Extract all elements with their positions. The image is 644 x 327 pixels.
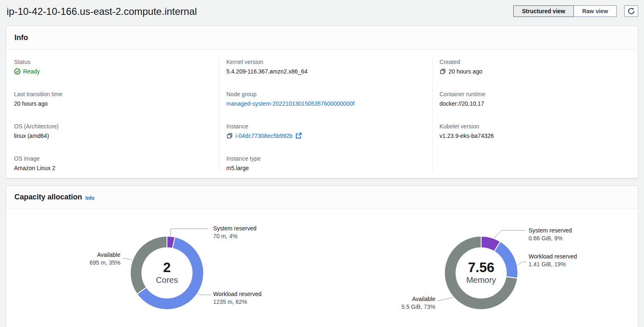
- memory-label-available: Available 5.5 GiB, 73%: [365, 296, 435, 310]
- donut-segment-workload-reserved[interactable]: [494, 242, 518, 278]
- info-panel-header: Info: [6, 26, 638, 50]
- info-panel: Info Status Ready Last transition time: [6, 26, 638, 178]
- page-header: ip-10-42-10-166.us-east-2.compute.intern…: [0, 0, 644, 23]
- capacity-info-link[interactable]: Info: [85, 194, 94, 201]
- field-created: Created 20 hours ago: [440, 58, 630, 76]
- field-kubelet-version: Kubelet version v1.23.9-eks-ba74326: [440, 123, 630, 140]
- field-container-runtime: Container runtime docker://20.10.17: [440, 90, 630, 108]
- info-column-2: Kernel version 5.4.209-116.367.amzn2.x86…: [219, 58, 432, 172]
- field-status: Status Ready: [14, 58, 211, 76]
- refresh-icon: [628, 7, 635, 15]
- capacity-panel-body: 2 Cores 7.56 Memory System reserved 70 m…: [6, 209, 638, 327]
- capacity-panel-title: Capacity allocation: [14, 193, 82, 201]
- field-os-architecture: OS (Architecture) linux (amd64): [14, 123, 211, 140]
- memory-label-system-reserved: System reserved 0.66 GiB, 9%: [529, 227, 572, 242]
- field-instance-type: Instance type m5.large: [226, 155, 424, 172]
- field-last-transition-time: Last transition time 20 hours ago: [14, 90, 211, 108]
- copy-icon[interactable]: [440, 68, 446, 75]
- info-column-3: Created 20 hours ago Container runtime d…: [432, 58, 638, 172]
- info-panel-body: Status Ready Last transition time 20 hou…: [6, 50, 638, 178]
- raw-view-button[interactable]: Raw view: [573, 5, 617, 17]
- node-group-link[interactable]: managed-system-2022101301505357600000000…: [226, 100, 355, 108]
- instance-link[interactable]: i-04dc77308ec5b992b: [235, 132, 293, 140]
- donut-segment-available[interactable]: [130, 236, 167, 294]
- cpu-label-workload-reserved: Workload reserved 1235 m, 62%: [213, 291, 261, 305]
- view-toggle: Structured view Raw view: [513, 5, 617, 17]
- header-actions: Structured view Raw view: [513, 5, 638, 17]
- field-kernel-version: Kernel version 5.4.209-116.367.amzn2.x86…: [226, 58, 424, 76]
- cpu-donut-chart[interactable]: [130, 236, 204, 310]
- memory-donut-chart[interactable]: [444, 236, 518, 310]
- capacity-allocation-panel: Capacity allocation Info 2 Cores 7.56: [6, 185, 638, 327]
- field-instance: Instance i-04dc77308ec5b992b: [226, 123, 424, 140]
- info-column-1: Status Ready Last transition time 20 hou…: [6, 58, 219, 172]
- field-os-image: OS image Amazon Linux 2: [14, 155, 211, 172]
- copy-icon[interactable]: [226, 133, 233, 139]
- structured-view-button[interactable]: Structured view: [513, 5, 574, 17]
- status-value: Ready: [14, 67, 211, 76]
- info-panel-title: Info: [14, 33, 28, 42]
- cpu-label-system-reserved: System reserved 70 m, 4%: [213, 225, 256, 239]
- memory-label-workload-reserved: Workload reserved 1.41 GiB, 19%: [529, 254, 577, 268]
- capacity-charts-canvas: [6, 209, 638, 327]
- status-success-icon: [14, 68, 21, 75]
- page-title: ip-10-42-10-166.us-east-2.compute.intern…: [7, 5, 197, 18]
- capacity-panel-header: Capacity allocation Info: [6, 186, 638, 209]
- refresh-button[interactable]: [624, 5, 638, 17]
- field-node-group: Node group managed-system-20221013015053…: [226, 90, 424, 108]
- cpu-label-available: Available 695 m, 35%: [50, 252, 120, 266]
- external-link-icon[interactable]: [295, 133, 302, 139]
